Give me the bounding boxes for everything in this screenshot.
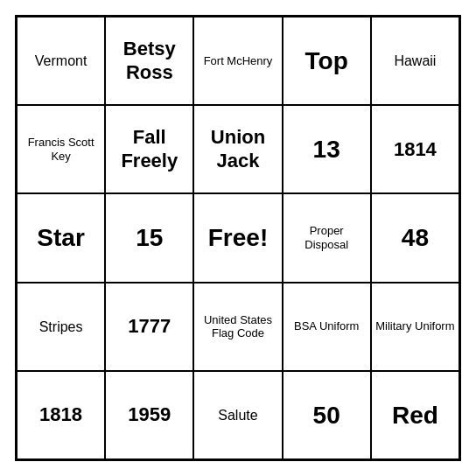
bingo-cell: Francis Scott Key xyxy=(17,105,105,193)
bingo-cell: Fall Freely xyxy=(105,105,193,193)
bingo-cell: 1777 xyxy=(105,283,193,371)
bingo-cell: 15 xyxy=(105,193,193,282)
bingo-cell: Union Jack xyxy=(193,105,282,193)
bingo-cell: Stripes xyxy=(17,283,105,371)
bingo-cell: Hawaii xyxy=(371,17,459,105)
bingo-cell: Proper Disposal xyxy=(283,193,371,282)
bingo-cell: 50 xyxy=(283,371,371,459)
bingo-cell: 13 xyxy=(283,105,371,193)
bingo-cell: Star xyxy=(17,193,105,282)
bingo-cell: BSA Uniform xyxy=(283,283,371,371)
bingo-cell: Military Uniform xyxy=(371,283,459,371)
bingo-cell: 1959 xyxy=(105,371,193,459)
bingo-cell: 1814 xyxy=(371,105,459,193)
bingo-cell: Red xyxy=(371,371,459,459)
bingo-cell: Vermont xyxy=(17,17,105,105)
bingo-cell: Fort McHenry xyxy=(193,17,282,105)
bingo-cell: Top xyxy=(283,17,371,105)
bingo-cell: 1818 xyxy=(17,371,105,459)
bingo-cell: Salute xyxy=(193,371,282,459)
bingo-cell: Betsy Ross xyxy=(105,17,193,105)
bingo-cell: Free! xyxy=(193,193,282,282)
bingo-board: VermontBetsy RossFort McHenryTopHawaiiFr… xyxy=(15,15,461,461)
bingo-cell: United States Flag Code xyxy=(193,283,282,371)
bingo-cell: 48 xyxy=(371,193,459,282)
